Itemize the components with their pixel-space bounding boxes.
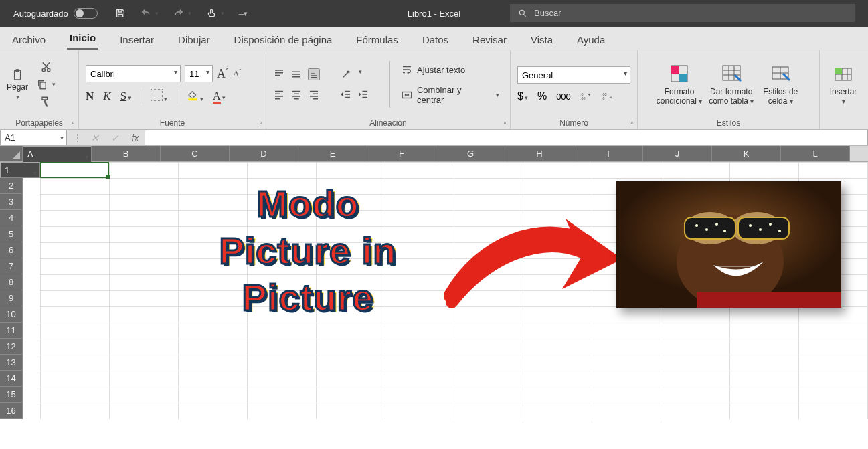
align-center-button[interactable] <box>290 88 302 100</box>
cancel-entry-button[interactable]: ✕ <box>85 132 105 143</box>
search-box[interactable]: Buscar <box>510 4 855 22</box>
copy-icon[interactable] <box>36 78 48 90</box>
bold-button[interactable]: N <box>86 90 94 103</box>
clipboard-launcher[interactable]: ▫ <box>72 119 74 126</box>
align-right-button[interactable] <box>308 88 320 100</box>
increase-decimal-button[interactable]: .0.00 <box>580 90 592 102</box>
col-header-e[interactable]: E <box>298 146 367 161</box>
increase-font-button[interactable]: A˄ <box>217 67 229 81</box>
align-top-button[interactable] <box>273 68 285 80</box>
row-header-13[interactable]: 13 <box>0 355 23 371</box>
row-header-5[interactable]: 5 <box>0 226 23 242</box>
row-header-11[interactable]: 11 <box>0 323 23 339</box>
col-header-k[interactable]: K <box>712 146 781 161</box>
wrap-text-button[interactable]: Ajustar texto <box>397 61 503 78</box>
row-header-4[interactable]: 4 <box>0 210 23 226</box>
number-format-select[interactable]: General <box>517 66 630 84</box>
row-header-10[interactable]: 10 <box>0 306 23 323</box>
format-table-button[interactable]: Dar formatocomo tabla ▾ <box>709 63 754 106</box>
alignment-launcher[interactable]: ▫ <box>503 119 506 126</box>
align-middle-button[interactable] <box>290 68 302 80</box>
tab-formulas[interactable]: Fórmulas <box>353 30 401 50</box>
currency-button[interactable]: $ <box>517 90 523 102</box>
tab-dibujar[interactable]: Dibujar <box>175 30 213 50</box>
orientation-dropdown[interactable]: ▾ <box>359 68 362 80</box>
row-header-6[interactable]: 6 <box>0 242 23 258</box>
merge-dropdown[interactable]: ▾ <box>496 92 499 98</box>
undo-button[interactable]: ▾ <box>141 8 159 19</box>
row-header-2[interactable]: 2 <box>0 178 23 194</box>
thousands-button[interactable]: 000 <box>556 92 571 102</box>
name-box[interactable]: A1 <box>0 130 67 145</box>
percent-button[interactable]: % <box>537 90 547 102</box>
tab-revisar[interactable]: Revisar <box>470 30 509 50</box>
namebox-expand[interactable]: ⋮ <box>70 133 85 143</box>
redo-button[interactable]: ▾ <box>173 8 191 19</box>
row-header-9[interactable]: 9 <box>0 290 23 306</box>
insert-cells-button[interactable]: Insertar▾ <box>823 63 863 106</box>
col-header-a[interactable]: A <box>23 146 92 163</box>
underline-button[interactable]: S <box>120 90 126 102</box>
tab-disposicion[interactable]: Disposición de página <box>232 30 335 50</box>
paste-icon[interactable] <box>11 69 23 81</box>
font-color-dropdown[interactable]: ▾ <box>222 94 226 101</box>
save-icon[interactable] <box>115 8 126 19</box>
tab-ayuda[interactable]: Ayuda <box>574 30 608 50</box>
number-launcher[interactable]: ▫ <box>630 119 633 126</box>
format-painter-icon[interactable] <box>40 96 52 108</box>
font-launcher[interactable]: ▫ <box>259 119 262 126</box>
tab-archivo[interactable]: Archivo <box>9 30 48 50</box>
align-left-button[interactable] <box>273 88 285 100</box>
row-header-8[interactable]: 8 <box>0 274 23 290</box>
row-header-14[interactable]: 14 <box>0 371 23 387</box>
font-name-select[interactable]: Calibri <box>86 65 181 82</box>
underline-dropdown[interactable]: ▾ <box>128 94 131 101</box>
row-header-16[interactable]: 16 <box>0 403 23 419</box>
currency-dropdown[interactable]: ▾ <box>525 94 528 101</box>
tab-datos[interactable]: Datos <box>420 30 451 50</box>
col-header-i[interactable]: I <box>574 146 643 161</box>
touch-mode-button[interactable]: ▾ <box>206 8 224 19</box>
fill-color-button[interactable] <box>187 89 199 101</box>
col-header-b[interactable]: B <box>92 146 161 161</box>
copy-dropdown[interactable]: ▾ <box>52 81 56 88</box>
row-header-7[interactable]: 7 <box>0 258 23 274</box>
fx-button[interactable]: fx <box>125 132 145 143</box>
fill-dropdown[interactable]: ▾ <box>200 96 203 102</box>
col-header-d[interactable]: D <box>230 146 298 161</box>
paste-label[interactable]: Pegar <box>7 82 28 92</box>
row-header-3[interactable]: 3 <box>0 194 23 210</box>
increase-indent-button[interactable] <box>357 88 369 100</box>
paste-dropdown[interactable]: ▾ <box>16 93 19 100</box>
tab-insertar[interactable]: Insertar <box>117 30 157 50</box>
align-bottom-button[interactable] <box>308 68 320 80</box>
tab-inicio[interactable]: Inicio <box>67 28 98 50</box>
row-header-12[interactable]: 12 <box>0 339 23 355</box>
cell-styles-button[interactable]: Estilos decelda ▾ <box>760 63 800 106</box>
cells-area[interactable]: Modo Picture in Picture <box>40 162 868 419</box>
decrease-font-button[interactable]: A˅ <box>233 68 242 79</box>
cut-icon[interactable] <box>40 61 52 73</box>
col-header-c[interactable]: C <box>161 146 230 161</box>
qat-customize-button[interactable]: ═▾ <box>239 9 248 18</box>
row-header-1[interactable]: 1 <box>0 162 40 178</box>
conditional-format-button[interactable]: Formatocondicional ▾ <box>657 63 702 106</box>
font-color-button[interactable]: A <box>213 90 221 104</box>
accept-entry-button[interactable]: ✓ <box>105 132 125 143</box>
col-header-l[interactable]: L <box>781 146 850 161</box>
row-header-15[interactable]: 15 <box>0 387 23 403</box>
merge-center-button[interactable]: Combinar y centrar ▾ <box>397 82 503 108</box>
decrease-decimal-button[interactable]: .00.0 <box>602 90 614 102</box>
col-header-f[interactable]: F <box>367 146 436 161</box>
col-header-g[interactable]: G <box>436 146 505 161</box>
tab-vista[interactable]: Vista <box>528 30 555 50</box>
italic-button[interactable]: K <box>103 90 110 103</box>
border-button[interactable] <box>151 89 163 101</box>
font-size-select[interactable]: 11 <box>185 65 213 82</box>
formula-input[interactable] <box>145 130 868 145</box>
col-header-j[interactable]: J <box>643 146 712 161</box>
autosave-toggle[interactable]: Autoguardado <box>13 8 98 19</box>
select-all-button[interactable] <box>0 146 23 161</box>
col-header-h[interactable]: H <box>505 146 574 161</box>
orientation-button[interactable] <box>340 68 352 80</box>
